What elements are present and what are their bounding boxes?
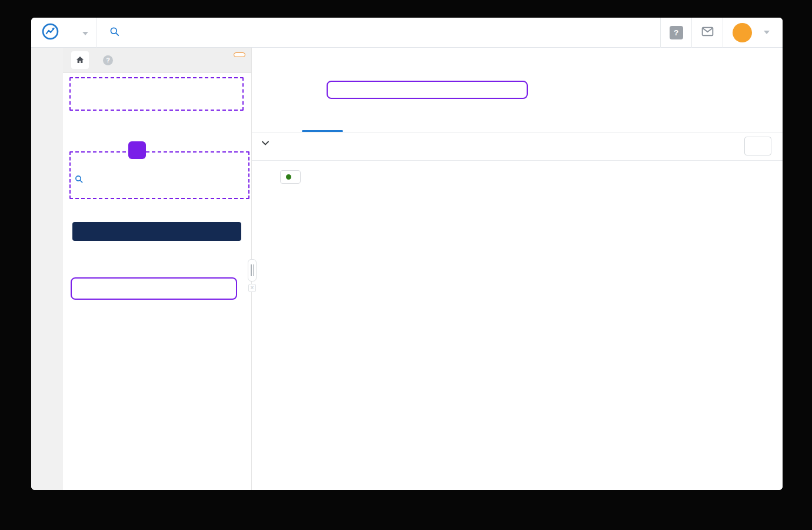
- divider: [252, 160, 783, 161]
- search-tags-link[interactable]: [74, 174, 88, 184]
- brand[interactable]: [31, 18, 96, 47]
- annotation-overview-dependencies: [128, 141, 146, 159]
- run-button[interactable]: [744, 137, 771, 155]
- search-icon: [74, 174, 84, 184]
- save-button[interactable]: [72, 222, 241, 241]
- annotation-box-search-tags: [69, 151, 249, 199]
- user-menu[interactable]: [723, 18, 783, 47]
- divider: [252, 132, 783, 132]
- custom-calculation-panel: ?: [63, 48, 252, 490]
- avatar: [733, 23, 752, 42]
- annotation-box-tag-type: [69, 77, 244, 111]
- preview-settings-dropdown[interactable]: [257, 141, 269, 145]
- panel-collapse-icon[interactable]: ×: [248, 284, 256, 292]
- annotation-interpolation: [327, 81, 528, 99]
- app-window: ? ?: [31, 18, 783, 490]
- top-navbar: ?: [31, 18, 783, 48]
- search-icon: [109, 26, 120, 39]
- panel-header: ?: [63, 48, 251, 73]
- divider: [96, 18, 97, 48]
- user-chevron-down-icon: [764, 31, 770, 34]
- annotation-click-search-tags: [71, 277, 237, 300]
- icon-sidebar: [31, 48, 63, 490]
- legend-custom-calculation[interactable]: [280, 170, 301, 184]
- help-icon: ?: [670, 26, 683, 39]
- mail-button[interactable]: [692, 18, 723, 47]
- preview-chart: [258, 183, 781, 486]
- lab-badge: [234, 52, 245, 57]
- search-input[interactable]: [126, 28, 267, 38]
- global-search[interactable]: [109, 26, 267, 39]
- help-button[interactable]: ?: [661, 18, 691, 47]
- chevron-down-icon: [262, 141, 269, 145]
- home-icon: [75, 55, 85, 65]
- brand-chevron-down-icon[interactable]: [82, 27, 88, 38]
- trendhub-logo-icon: [42, 23, 59, 42]
- legend-dot-icon: [286, 174, 291, 180]
- main-area: [252, 48, 783, 490]
- panel-help-icon[interactable]: ?: [103, 55, 113, 65]
- panel-resize-handle[interactable]: [248, 259, 257, 281]
- home-button[interactable]: [71, 51, 89, 69]
- mail-icon: [700, 24, 715, 41]
